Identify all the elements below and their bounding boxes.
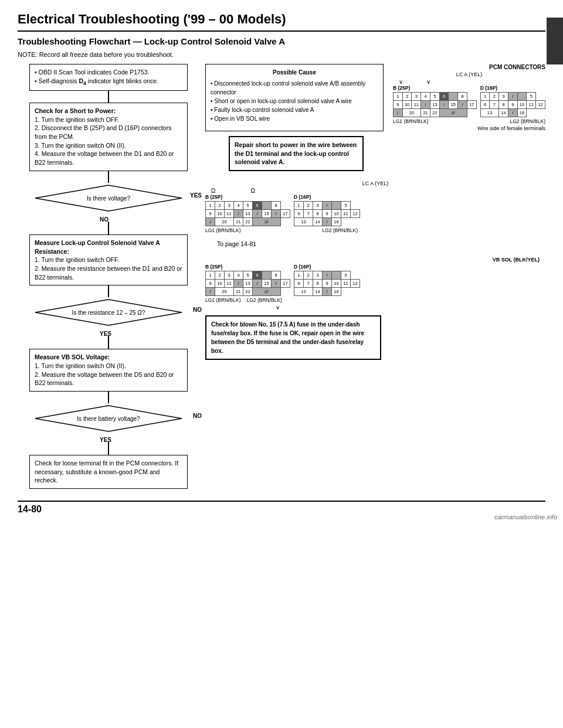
content-area: • OBD II Scan Tool indicates Code P1753.… (18, 64, 545, 489)
d16p-table2: 1 2 3 / 5 6 7 8 9 (294, 201, 360, 226)
b25p-table2: 1 2 3 4 5 6 8 9 10 (205, 201, 290, 226)
lg2-label1: LG2 (BRN/BLK) (510, 118, 545, 124)
measure-lockup-box: Measure Lock-up Control Solenoid Valve A… (29, 234, 188, 285)
measure-lockup-title: Measure Lock-up Control Solenoid Valve A… (35, 239, 182, 256)
svg-text:Is the resistance 12 – 25 Ω?: Is the resistance 12 – 25 Ω? (72, 309, 145, 316)
b25p-connector1: B (25P) 1 2 3 4 5 6 8 (393, 85, 477, 117)
b25p-connector2: B (25P) 1 2 3 4 5 6 8 (205, 194, 290, 226)
omega-right: Ω (250, 188, 255, 194)
pcm-section3: VB SOL (BLK/YEL) B (25P) 1 2 3 4 5 (205, 257, 545, 311)
wire-labels1: LG1 (BRN/BLK) LG2 (BRN/BLK) (393, 118, 545, 124)
v-sym-right1: ∨ (426, 79, 430, 85)
d16p-table3: 1 2 3 / 5 6 7 8 9 (294, 271, 360, 296)
sub-title: Troubleshooting Flowchart — Lock-up Cont… (18, 36, 545, 46)
diamond3-svg: Is there battery voltage? (29, 403, 188, 434)
v-sym-bottom: ∨ (276, 304, 545, 311)
cause-item1: • Disconnected lock-up control solenoid … (211, 79, 378, 97)
lg1-label2: LG1 (BRN/BLK) (205, 227, 240, 233)
no-label-2: NO (193, 307, 202, 313)
d16p-connector3: D (16P) 1 2 3 / 5 6 (294, 264, 360, 296)
yes-label-1: YES (190, 192, 202, 199)
measure-lockup-line2: 2. Measure the resistance between the D1… (35, 264, 182, 281)
d16p-table1: 1 2 3 / 5 6 7 8 (480, 92, 545, 117)
possible-cause-title: Possible Cause (211, 68, 378, 77)
watermark: carmanualsonline.info (494, 513, 557, 521)
check-loose-box: Check for loose terminal fit in the PCM … (29, 455, 188, 489)
wire-labels2: LG1 (BRN/BLK) LG2 (BRN/BLK) (205, 227, 358, 233)
b25p-label3: B (25P) (205, 264, 290, 270)
connector-pair2: B (25P) 1 2 3 4 5 6 8 (205, 194, 545, 226)
diamond2-container: Is the resistance 12 – 25 Ω? NO YES (29, 297, 188, 328)
v-sym-left1: ∨ (399, 79, 403, 85)
top-right-row: Possible Cause • Disconnected lock-up co… (205, 64, 545, 131)
b25p-label1: B (25P) (393, 85, 477, 91)
yes-label-3: YES (100, 437, 111, 443)
connector-v7 (108, 442, 109, 455)
measure-vbsol-line1: 1. Turn the ignition switch ON (II). (35, 362, 182, 370)
omega-left: Ω (211, 188, 215, 194)
page-title: Electrical Troubleshooting ('99 – 00 Mod… (18, 12, 545, 32)
connector-v3 (108, 222, 109, 234)
wire-note1: Wire side of female terminals (393, 125, 545, 131)
check-short-title: Check for a Short to Power: (35, 107, 182, 115)
b25p-table3: 1 2 3 4 5 6 8 9 10 (205, 271, 290, 296)
connector-pair3: B (25P) 1 2 3 4 5 6 8 (205, 264, 545, 296)
measure-vbsol-box: Measure VB SOL Voltage: 1. Turn the igni… (29, 349, 188, 392)
check-short-line3: 3. Turn the ignition switch ON (II). (35, 141, 182, 150)
b25p-table1: 1 2 3 4 5 6 8 9 (393, 92, 477, 117)
cause-item3: • Faulty lock-up control solenoid valve … (211, 106, 378, 114)
d16p-label1: D (16P) (480, 85, 545, 91)
diamond1-svg: Is there voltage? (29, 183, 188, 213)
lg1-label1: LG1 (BRN/BLK) (393, 118, 428, 124)
cause-item2: • Short or open in lock-up control solen… (211, 97, 378, 106)
check-short-line1: 1. Turn the ignition switch OFF. (35, 115, 182, 124)
measure-vbsol-title: Measure VB SOL Voltage: (35, 353, 182, 362)
omega-symbols: Ω Ω (211, 188, 545, 194)
check-short-box: Check for a Short to Power: 1. Turn the … (29, 103, 188, 171)
wire-labels3: LG1 (BRN/BLK) LG2 (BRN/BLK) (205, 297, 545, 303)
pcm-section1: PCM CONNECTORS LC A (YEL) ∨ ∨ B (25P) (393, 64, 545, 131)
page: Electrical Troubleshooting ('99 – 00 Mod… (0, 0, 563, 526)
yes-label-2: YES (100, 331, 111, 337)
diamond2-svg: Is the resistance 12 – 25 Ω? (29, 297, 188, 328)
no-label-3: NO (193, 413, 202, 419)
no-label-1: NO (100, 216, 108, 223)
b25p-connector3: B (25P) 1 2 3 4 5 6 8 (205, 264, 290, 296)
measure-lockup-line1: 1. Turn the ignition switch OFF. (35, 256, 182, 264)
vb-sol-label: VB SOL (BLK/YEL) (205, 257, 540, 263)
connector-v1 (108, 91, 109, 103)
lg1-label3: LG1 (BRN/BLK) (205, 297, 240, 303)
check-short-line2: 2. Disconnect the B (25P) and D (16P) co… (35, 124, 182, 141)
check-fuse-box: Check for blown No. 15 (7.5 A) fuse in t… (205, 315, 381, 360)
possible-cause-box: Possible Cause • Disconnected lock-up co… (205, 64, 384, 131)
page-footer: 14-80 (18, 501, 545, 515)
b25p-label2: B (25P) (205, 194, 290, 200)
lg2-label2: LG2 (BRN/BLK) (323, 227, 358, 233)
left-column: • OBD II Scan Tool indicates Code P1753.… (18, 64, 199, 489)
obd-line1: • OBD II Scan Tool indicates Code P1753. (35, 68, 182, 77)
check-loose-text: Check for loose terminal fit in the PCM … (35, 459, 182, 485)
connector-v4 (108, 285, 109, 297)
pcm-section2: LC A (YEL) Ω Ω B (25P) 1 2 3 (205, 181, 545, 233)
side-tab (547, 18, 563, 64)
connector-v2 (108, 171, 109, 183)
d16p-connector1: D (16P) 1 2 3 / 5 (480, 85, 545, 117)
connector-v5 (108, 336, 109, 349)
check-short-line4: 4. Measure the voltage between the D1 an… (35, 149, 182, 166)
d16p-label2: D (16P) (294, 194, 360, 200)
connector-pair1: B (25P) 1 2 3 4 5 6 8 (393, 85, 545, 117)
svg-text:Is there voltage?: Is there voltage? (87, 195, 130, 202)
measure-vbsol-line2: 2. Measure the voltage between the D5 an… (35, 370, 182, 387)
diamond1-container: Is there voltage? YES NO (29, 183, 188, 213)
d16p-connector2: D (16P) 1 2 3 / 5 6 (294, 194, 360, 226)
connector-v6 (108, 392, 109, 403)
note-text: NOTE: Record all freeze data before you … (18, 51, 545, 58)
d16p-label3: D (16P) (294, 264, 360, 270)
obd-line2: • Self-diagnosis D4 indicator light blin… (35, 77, 182, 87)
page-number: 14-80 (18, 504, 42, 514)
pcm-title1: PCM CONNECTORS (393, 64, 545, 70)
svg-text:Is there battery voltage?: Is there battery voltage? (77, 416, 140, 422)
lca-label2: LC A (YEL) (205, 181, 545, 186)
lca-label1: LC A (YEL) (393, 72, 545, 77)
lg2-label3: LG2 (BRN/BLK) (246, 297, 282, 303)
